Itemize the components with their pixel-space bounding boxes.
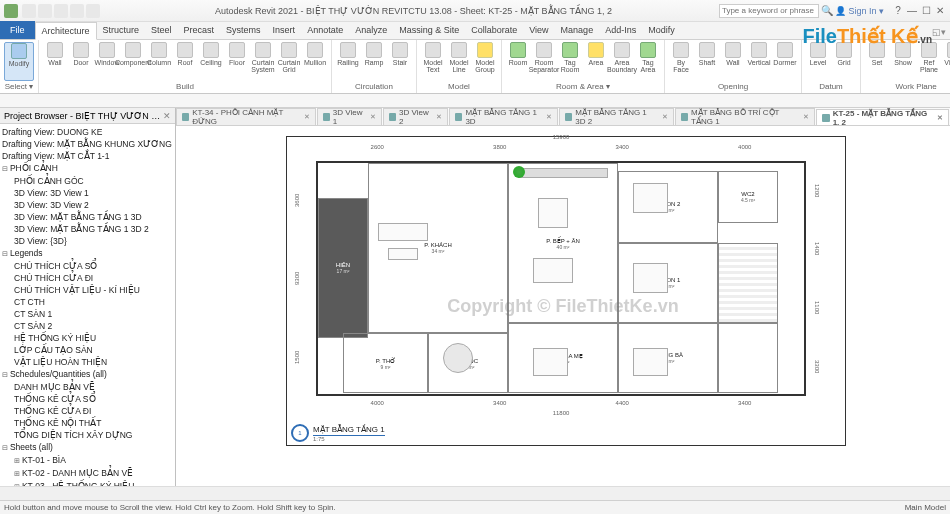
tree-item[interactable]: DANH MỤC BẢN VẼ (14, 381, 175, 393)
tab-close-icon[interactable]: ✕ (304, 113, 310, 121)
qat-save-icon[interactable] (38, 4, 52, 18)
floorplan[interactable]: HIÊN17 m² P. KHÁCH34 m² P. BẾP + ĂN40 m²… (316, 161, 806, 396)
tree-item[interactable]: KT-01 - BÌA (14, 454, 175, 467)
tree-item[interactable]: Schedules/Quantities (all) (2, 368, 175, 381)
tree-item[interactable]: LỚP CẤU TẠO SÀN (14, 344, 175, 356)
column-tool[interactable]: Column (147, 42, 171, 81)
room-wc2[interactable]: WC24.5 m² (718, 171, 778, 223)
status-model[interactable]: Main Model (905, 503, 946, 512)
tab-close-icon[interactable]: ✕ (937, 114, 943, 122)
room-tho[interactable]: P. THỜ9 m² (343, 333, 428, 393)
tree-item[interactable]: THỐNG KÊ NỘI THẤT (14, 417, 175, 429)
tag-area-tool[interactable]: Tag Area (636, 42, 660, 81)
search-input[interactable] (719, 4, 819, 18)
room-bepan[interactable]: P. BẾP + ĂN40 m² (508, 163, 618, 323)
tree-item[interactable]: HỆ THỐNG KÝ HIỆU (14, 332, 175, 344)
tab-addins[interactable]: Add-Ins (599, 21, 642, 39)
stair-tool[interactable]: Stair (388, 42, 412, 81)
tree-item[interactable]: CT SÀN 1 (14, 308, 175, 320)
help-icon[interactable]: ? (892, 5, 904, 17)
tree-item[interactable]: CHÚ THÍCH CỬA SỔ (14, 260, 175, 272)
tree-item[interactable]: Legends (2, 247, 175, 260)
tab-collaborate[interactable]: Collaborate (465, 21, 523, 39)
room-tool[interactable]: Room (506, 42, 530, 81)
tree-item[interactable]: PHỐI CẢNH GÓC (14, 175, 175, 187)
viewer-tool[interactable]: Viewer (943, 42, 950, 81)
tree-item[interactable]: Sheets (all) (2, 441, 175, 454)
area-boundary-tool[interactable]: Area Boundary (610, 42, 634, 81)
tab-close-icon[interactable]: ✕ (662, 113, 668, 121)
component-tool[interactable]: Component (121, 42, 145, 81)
search-icon[interactable]: 🔍 (821, 5, 833, 16)
tree-item[interactable]: CT SÀN 2 (14, 320, 175, 332)
view-tab[interactable]: KT-34 - PHỐI CẢNH MẶT ĐỨNG✕ (176, 108, 316, 125)
tree-item[interactable]: 3D View: 3D View 1 (14, 187, 175, 199)
view-tab[interactable]: MẶT BẰNG TẦNG 1 3D✕ (449, 108, 558, 125)
drawing-canvas[interactable]: 15900 2600380034004000 150093003600 1200… (176, 126, 950, 486)
qat-redo-icon[interactable] (70, 4, 84, 18)
tree-item[interactable]: 3D View: MẶT BẰNG TẦNG 1 3D (14, 211, 175, 223)
door-tool[interactable]: Door (69, 42, 93, 81)
tree-item[interactable]: KT-03 - HỆ THỐNG KÝ HIỆU (14, 480, 175, 486)
tree-item[interactable]: VẬT LIỆU HOÀN THIỆN (14, 356, 175, 368)
tab-architecture[interactable]: Architecture (35, 22, 97, 40)
wall-tool[interactable]: Wall (43, 42, 67, 81)
group-label-select[interactable]: Select ▾ (4, 81, 34, 91)
tag-room-tool[interactable]: Tag Room (558, 42, 582, 81)
qat-print-icon[interactable] (86, 4, 100, 18)
curtain-grid-tool[interactable]: Curtain Grid (277, 42, 301, 81)
tab-systems[interactable]: Systems (220, 21, 267, 39)
tree-item[interactable]: THỐNG KÊ CỬA SỔ (14, 393, 175, 405)
sign-in-link[interactable]: 👤 Sign In ▾ (835, 6, 884, 16)
minimize-button[interactable]: — (906, 5, 918, 17)
tab-annotate[interactable]: Annotate (301, 21, 349, 39)
tree-item[interactable]: THỐNG KÊ CỬA ĐI (14, 405, 175, 417)
curtain-system-tool[interactable]: Curtain System (251, 42, 275, 81)
project-tree[interactable]: Drafting View: DUONG KEDrafting View: MẶ… (0, 124, 175, 486)
tree-item[interactable]: CT CTH (14, 296, 175, 308)
room-hien[interactable]: HIÊN17 m² (318, 198, 368, 338)
wall-tool[interactable]: Wall (721, 42, 745, 81)
ceiling-tool[interactable]: Ceiling (199, 42, 223, 81)
tree-item[interactable]: 3D View: 3D View 2 (14, 199, 175, 211)
view-tab[interactable]: MẶT BẰNG BỐ TRÍ CỘT TẦNG 1✕ (675, 108, 816, 125)
tab-insert[interactable]: Insert (267, 21, 302, 39)
quick-access-toolbar[interactable] (22, 4, 100, 18)
tab-precast[interactable]: Precast (178, 21, 221, 39)
maximize-button[interactable]: ☐ (920, 5, 932, 17)
shaft-tool[interactable]: Shaft (695, 42, 719, 81)
qat-undo-icon[interactable] (54, 4, 68, 18)
model-line-tool[interactable]: Model Line (447, 42, 471, 81)
tab-manage[interactable]: Manage (555, 21, 600, 39)
view-tab[interactable]: MẶT BẰNG TẦNG 1 3D 2✕ (559, 108, 674, 125)
tab-close-icon[interactable]: ✕ (436, 113, 442, 121)
dormer-tool[interactable]: Dormer (773, 42, 797, 81)
room-wc-hall[interactable] (718, 323, 778, 393)
view-tab[interactable]: KT-25 - MẶT BẰNG TẦNG 1, 2✕ (816, 109, 949, 126)
tree-item[interactable]: Drafting View: MẶT BẰNG KHUNG XƯƠNG (2, 138, 175, 150)
by-face-tool[interactable]: By Face (669, 42, 693, 81)
tab-massing-site[interactable]: Massing & Site (393, 21, 465, 39)
horizontal-scrollbar[interactable] (0, 486, 950, 500)
tab-close-icon[interactable]: ✕ (370, 113, 376, 121)
view-tab[interactable]: 3D View 1✕ (317, 108, 382, 125)
view-tab[interactable]: 3D View 2✕ (383, 108, 448, 125)
roof-tool[interactable]: Roof (173, 42, 197, 81)
browser-close-icon[interactable]: ✕ (163, 111, 171, 121)
tree-item[interactable]: Drafting View: DUONG KE (2, 126, 175, 138)
tree-item[interactable]: CHÚ THÍCH CỬA ĐI (14, 272, 175, 284)
tree-item[interactable]: Drafting View: MẶT CẮT 1-1 (2, 150, 175, 162)
tab-view[interactable]: View (523, 21, 554, 39)
tree-item[interactable]: KT-02 - DANH MỤC BẢN VẼ (14, 467, 175, 480)
model-group-tool[interactable]: Model Group (473, 42, 497, 81)
qat-open-icon[interactable] (22, 4, 36, 18)
file-tab[interactable]: File (0, 21, 35, 39)
room-separator-tool[interactable]: Room Separator (532, 42, 556, 81)
tab-steel[interactable]: Steel (145, 21, 178, 39)
tab-analyze[interactable]: Analyze (349, 21, 393, 39)
ramp-tool[interactable]: Ramp (362, 42, 386, 81)
tree-item[interactable]: TỔNG DIỆN TÍCH XÂY DỰNG (14, 429, 175, 441)
group-label-roomarea[interactable]: Room & Area ▾ (506, 81, 660, 91)
railing-tool[interactable]: Railing (336, 42, 360, 81)
tree-item[interactable]: 3D View: {3D} (14, 235, 175, 247)
